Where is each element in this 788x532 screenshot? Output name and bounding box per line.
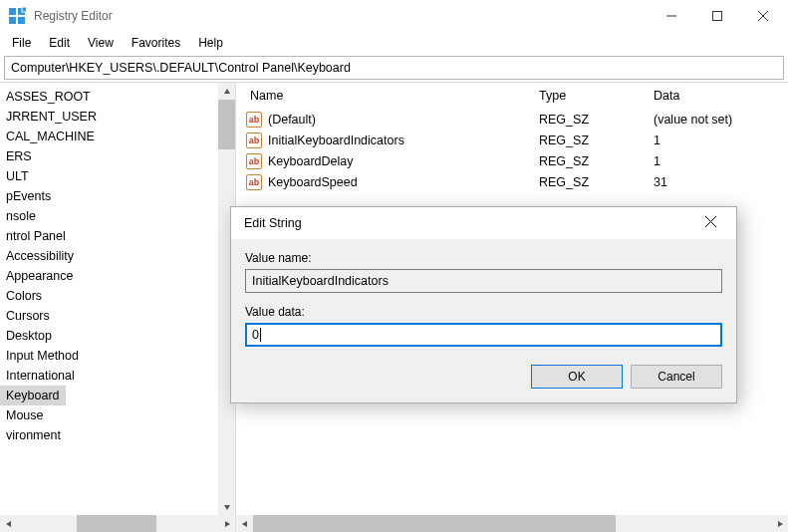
close-button[interactable] [740, 1, 786, 31]
dialog-titlebar[interactable]: Edit String [231, 207, 736, 239]
value-data: 31 [640, 175, 788, 189]
svg-rect-4 [22, 7, 26, 12]
value-data: 1 [640, 133, 788, 147]
column-data[interactable]: Data [640, 89, 788, 103]
scroll-left-arrow-icon[interactable] [0, 515, 17, 532]
address-path: Computer\HKEY_USERS\.DEFAULT\Control Pan… [11, 61, 351, 75]
scroll-right-arrow-icon[interactable] [218, 515, 235, 532]
string-value-icon: ab [246, 112, 262, 128]
list-row[interactable]: ab(Default)REG_SZ(value not set) [236, 109, 788, 130]
value-type: REG_SZ [525, 175, 640, 189]
dialog-title: Edit String [244, 216, 302, 230]
tree-item[interactable]: CAL_MACHINE [0, 127, 218, 146]
tree-item[interactable]: Appearance [0, 266, 218, 286]
tree-item[interactable]: Keyboard [0, 386, 66, 405]
value-name: InitialKeyboardIndicators [268, 133, 404, 147]
column-type[interactable]: Type [525, 89, 640, 103]
list-row[interactable]: abInitialKeyboardIndicatorsREG_SZ1 [236, 130, 788, 150]
tree-item[interactable]: Accessibility [0, 246, 218, 266]
menu-edit[interactable]: Edit [41, 34, 78, 52]
tree-item[interactable]: JRRENT_USER [0, 107, 218, 127]
tree-item[interactable]: pEvents [0, 186, 218, 206]
svg-rect-3 [18, 17, 25, 24]
tree-item[interactable]: ntrol Panel [0, 226, 218, 246]
list-row[interactable]: abKeyboardDelayREG_SZ1 [236, 150, 788, 171]
string-value-icon: ab [246, 174, 262, 190]
scroll-right-arrow-icon[interactable] [771, 515, 788, 532]
ok-button[interactable]: OK [531, 365, 623, 389]
tree-item[interactable]: nsole [0, 206, 218, 226]
value-name-label: Value name: [245, 251, 722, 265]
svg-rect-6 [713, 12, 722, 21]
value-type: REG_SZ [525, 113, 640, 127]
list-row[interactable]: abKeyboardSpeedREG_SZ31 [236, 171, 788, 192]
scroll-left-arrow-icon[interactable] [236, 515, 253, 532]
tree-item[interactable]: Cursors [0, 306, 218, 326]
tree-item[interactable]: Colors [0, 286, 218, 306]
menu-view[interactable]: View [80, 34, 122, 52]
dialog-close-button[interactable] [690, 209, 730, 237]
minimize-button[interactable] [649, 1, 694, 31]
svg-marker-9 [224, 89, 230, 94]
list-header: Name Type Data [236, 83, 788, 109]
edit-string-dialog: Edit String Value name: Value data: 0 OK… [230, 206, 737, 403]
cancel-button[interactable]: Cancel [631, 365, 722, 389]
text-caret [260, 328, 261, 342]
value-data: (value not set) [640, 113, 788, 127]
value-name: (Default) [268, 113, 316, 127]
tree-item[interactable]: ULT [0, 166, 218, 186]
close-icon [705, 216, 716, 230]
value-name-field[interactable] [245, 269, 722, 293]
value-data-value: 0 [252, 328, 259, 342]
titlebar: Registry Editor [0, 0, 788, 32]
list-horizontal-scrollbar[interactable] [236, 515, 788, 532]
string-value-icon: ab [246, 153, 262, 169]
tree-item[interactable]: ERS [0, 146, 218, 166]
tree-item[interactable]: ASSES_ROOT [0, 87, 218, 107]
value-data: 1 [640, 154, 788, 168]
value-type: REG_SZ [525, 133, 640, 147]
menu-file[interactable]: File [4, 34, 39, 52]
svg-marker-13 [242, 521, 247, 527]
scroll-down-arrow-icon[interactable] [218, 498, 235, 515]
value-name: KeyboardSpeed [268, 175, 358, 189]
tree-item[interactable]: Desktop [0, 326, 218, 346]
address-bar[interactable]: Computer\HKEY_USERS\.DEFAULT\Control Pan… [4, 56, 784, 80]
value-data-label: Value data: [245, 305, 722, 319]
tree-item[interactable]: Mouse [0, 405, 218, 425]
regedit-app-icon [8, 7, 26, 25]
tree-body: ASSES_ROOTJRRENT_USERCAL_MACHINEERSULTpE… [0, 83, 235, 515]
svg-marker-14 [778, 521, 783, 527]
svg-marker-10 [224, 505, 230, 510]
svg-rect-0 [9, 8, 16, 15]
svg-rect-2 [9, 17, 16, 24]
tree-horizontal-scrollbar[interactable] [0, 515, 235, 532]
tree-item[interactable]: vironment [0, 425, 218, 445]
menubar: File Edit View Favorites Help [0, 32, 788, 54]
window-controls [649, 1, 786, 31]
scroll-thumb[interactable] [218, 100, 235, 149]
column-name[interactable]: Name [236, 89, 525, 103]
maximize-button[interactable] [694, 1, 740, 31]
string-value-icon: ab [246, 133, 262, 148]
scroll-thumb[interactable] [77, 515, 156, 532]
window-title: Registry Editor [34, 9, 113, 23]
tree-item[interactable]: International [0, 366, 218, 386]
value-type: REG_SZ [525, 154, 640, 168]
menu-favorites[interactable]: Favorites [124, 34, 188, 52]
scroll-up-arrow-icon[interactable] [218, 83, 235, 100]
svg-marker-11 [6, 521, 11, 527]
tree-item[interactable]: Input Method [0, 346, 218, 366]
svg-marker-12 [225, 521, 230, 527]
tree-pane: ASSES_ROOTJRRENT_USERCAL_MACHINEERSULTpE… [0, 83, 236, 532]
menu-help[interactable]: Help [190, 34, 231, 52]
value-data-field[interactable]: 0 [245, 323, 722, 347]
scroll-thumb[interactable] [253, 515, 616, 532]
value-name: KeyboardDelay [268, 154, 353, 168]
